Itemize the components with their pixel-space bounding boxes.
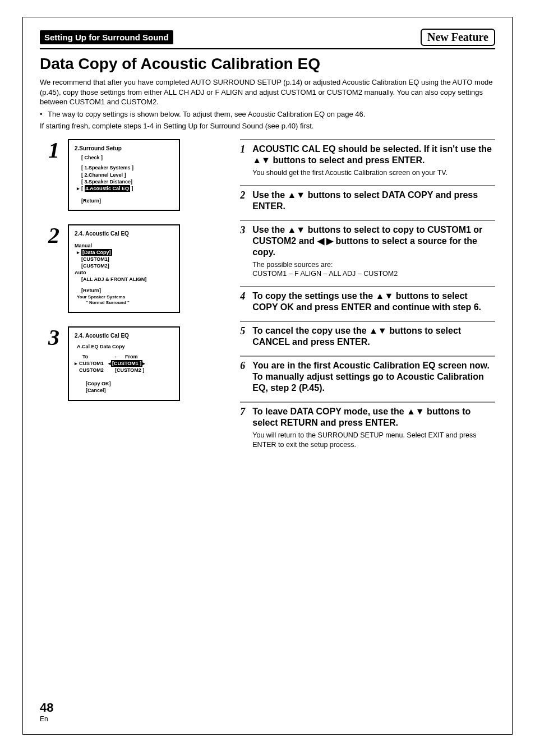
step-heading: Use the ▲▼ buttons to select DATA COPY a…: [252, 190, 495, 212]
osd1-title: 2.Surround Setup: [75, 145, 173, 153]
instruction-step-5: 5 To cancel the copy use the ▲▼ buttons …: [240, 321, 495, 348]
osd2-foot2: " Normal Surround ": [86, 300, 173, 306]
osd1-return: [Return]: [81, 197, 173, 204]
caret-icon: ▸: [77, 249, 81, 256]
step-body: The possible sources are: CUSTOM1 – F AL…: [252, 260, 495, 279]
caret-icon: ▸: [77, 185, 81, 192]
osd1-check: [ Check ]: [81, 154, 173, 161]
step-rule: [240, 402, 495, 403]
left-step-2: 2 2.4. Acoustic Cal EQ Manual ▸[Data Cop…: [40, 224, 229, 313]
triangle-right-icon: ▸: [142, 360, 145, 367]
step-num: 2: [240, 190, 252, 201]
osd2-auto: Auto: [75, 269, 173, 276]
page-language: En: [40, 715, 53, 723]
osd3-title: 2.4. Acoustic Cal EQ: [75, 332, 173, 340]
instruction-step-2: 2 Use the ▲▼ buttons to select DATA COPY…: [240, 185, 495, 212]
osd3-to-header: To: [82, 353, 114, 360]
step-num: 5: [240, 325, 252, 337]
two-column-layout: 1 2.Surround Setup [ Check ] [ 1.Speaker…: [40, 139, 495, 457]
step-heading: ACOUSTIC CAL EQ should be selected. If i…: [252, 144, 495, 166]
osd2-return: [Return]: [81, 287, 173, 294]
section-badge: Setting Up for Surround Sound: [40, 30, 173, 44]
step-rule: [240, 356, 495, 357]
osd3-from-header: From: [125, 353, 138, 360]
osd3-copyok: [Copy OK]: [86, 380, 173, 387]
osd3-from-custom1-selected: [CUSTOM1 ]: [111, 360, 142, 367]
osd1-item4-row: ▸[ 4.Acoustic Cal EQ ]: [77, 185, 173, 192]
osd3-from-custom2: [CUSTOM2 ]: [115, 367, 144, 374]
osd-screen-1: 2.Surround Setup [ Check ] [ 1.Speaker S…: [68, 139, 180, 211]
arrow-left-icon: ←: [114, 353, 125, 360]
osd2-title: 2.4. Acoustic Cal EQ: [75, 230, 173, 238]
step-number-2: 2: [40, 224, 68, 247]
step-num: 6: [240, 360, 252, 372]
new-feature-badge: New Feature: [421, 29, 495, 46]
osd2-manual: Manual: [75, 242, 173, 249]
intro-bullet-text: The way to copy settings is shown below.…: [48, 109, 365, 119]
step-heading: You are in the first Acoustic Calibratio…: [252, 360, 495, 394]
osd2-alladj: [ALL ADJ & FRONT ALIGN]: [81, 276, 173, 283]
step-body: You will return to the SURROUND SETUP me…: [252, 431, 495, 449]
intro-paragraph-2: If starting fresh, complete steps 1-4 in…: [40, 121, 495, 131]
caret-icon: ▸: [75, 360, 79, 367]
step-rule: [240, 321, 495, 322]
right-column: 1 ACOUSTIC CAL EQ should be selected. If…: [240, 139, 495, 457]
page-header: Setting Up for Surround Sound New Featur…: [40, 29, 495, 46]
instruction-step-3: 3 Use the ▲▼ buttons to select to copy t…: [240, 220, 495, 279]
step-heading: Use the ▲▼ buttons to select to copy to …: [252, 224, 495, 258]
osd2-datacopy: [Data Copy]: [81, 249, 112, 256]
osd2-custom2: [CUSTOM2]: [81, 262, 173, 269]
left-step-1: 1 2.Surround Setup [ Check ] [ 1.Speaker…: [40, 139, 229, 211]
step-heading: To copy the settings use the ▲▼ buttons …: [252, 291, 495, 313]
osd3-subtitle: A.Cal EQ Data Copy: [77, 343, 173, 350]
osd3-to-custom2: CUSTOM2: [79, 367, 110, 374]
left-column: 1 2.Surround Setup [ Check ] [ 1.Speaker…: [40, 139, 240, 457]
osd-screen-2: 2.4. Acoustic Cal EQ Manual ▸[Data Copy]…: [68, 224, 180, 313]
page-number-block: 48 En: [40, 700, 53, 723]
intro-paragraph-1: We recommend that after you have complet…: [40, 77, 495, 107]
step-heading: To cancel the copy use the ▲▼ buttons to…: [252, 325, 495, 348]
step-rule: [240, 139, 495, 140]
osd1-item1: [ 1.Speaker Systems ]: [81, 164, 173, 171]
step-num: 1: [240, 144, 252, 155]
bullet-icon: •: [40, 109, 48, 119]
step-rule: [240, 286, 495, 287]
osd3-to-custom1: CUSTOM1: [79, 360, 108, 367]
instruction-step-6: 6 You are in the first Acoustic Calibrat…: [240, 356, 495, 394]
page-number: 48: [40, 700, 53, 715]
step-num: 3: [240, 224, 252, 236]
step-number-1: 1: [40, 139, 68, 162]
header-rule: [40, 48, 495, 49]
document-page: Setting Up for Surround Sound New Featur…: [22, 17, 513, 735]
osd2-custom1: [CUSTOM1]: [81, 256, 173, 262]
osd1-item4-selected: 4.Acoustic Cal EQ: [85, 185, 131, 192]
step-body: You should get the first Acoustic Calibr…: [252, 168, 495, 177]
step-rule: [240, 185, 495, 186]
step-num: 4: [240, 291, 252, 302]
step-num: 7: [240, 406, 252, 418]
instruction-step-7: 7 To leave DATA COPY mode, use the ▲▼ bu…: [240, 402, 495, 449]
instruction-step-1: 1 ACOUSTIC CAL EQ should be selected. If…: [240, 139, 495, 177]
step-number-3: 3: [40, 326, 68, 349]
osd1-i4-post: ]: [130, 186, 133, 191]
page-title: Data Copy of Acoustic Calibration EQ: [40, 55, 495, 73]
osd2-datacopy-row: ▸[Data Copy]: [77, 249, 173, 256]
osd3-cancel: [Cancel]: [86, 387, 173, 394]
left-step-3: 3 2.4. Acoustic Cal EQ A.Cal EQ Data Cop…: [40, 326, 229, 400]
osd1-item2: [ 2.Channel Level ]: [81, 172, 173, 178]
osd1-item3: [ 3.Speaker Distance]: [81, 178, 173, 185]
step-heading: To leave DATA COPY mode, use the ▲▼ butt…: [252, 406, 495, 428]
instruction-step-4: 4 To copy the settings use the ▲▼ button…: [240, 286, 495, 313]
osd2-foot1: Your Speaker Systems: [77, 294, 173, 301]
osd-screen-3: 2.4. Acoustic Cal EQ A.Cal EQ Data Copy …: [68, 326, 180, 400]
intro-bullet: • The way to copy settings is shown belo…: [40, 109, 495, 119]
step-rule: [240, 220, 495, 221]
